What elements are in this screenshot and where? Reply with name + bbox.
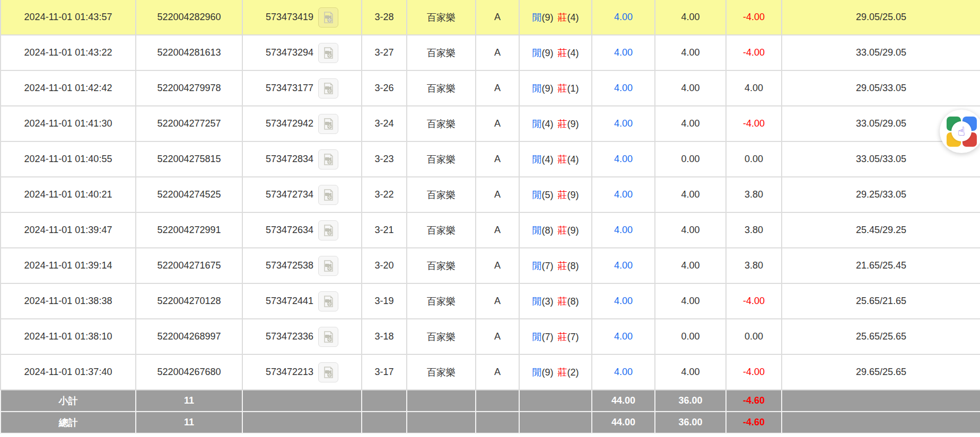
balance: 29.05/25.05 — [782, 0, 980, 35]
subtotal-count: 11 — [136, 390, 242, 412]
result-cell: 閒(9)莊(4) — [519, 35, 592, 70]
floating-extension-button[interactable]: ☝ — [940, 110, 980, 153]
valid-amount: 4.00 — [655, 0, 726, 35]
table-row[interactable]: 2024-11-01 01:43:57 522004282960 5734734… — [1, 0, 980, 35]
game-id: 573473294 — [266, 47, 313, 58]
table-code: A — [476, 0, 519, 35]
bet-amount-link[interactable]: 4.00 — [592, 212, 655, 248]
bet-amount-link[interactable]: 4.00 — [592, 177, 655, 212]
table-row[interactable]: 2024-11-01 01:43:22 522004281613 5734732… — [1, 35, 980, 70]
bet-amount-link[interactable]: 4.00 — [592, 283, 655, 319]
table-row[interactable]: 2024-11-01 01:38:38 522004270128 5734724… — [1, 283, 980, 319]
bet-amount-link[interactable]: 4.00 — [592, 106, 655, 141]
bet-time: 2024-11-01 01:39:14 — [1, 248, 136, 283]
game-type: 百家樂 — [407, 177, 476, 212]
game-type: 百家樂 — [407, 106, 476, 141]
game-type: 百家樂 — [407, 354, 476, 390]
balance: 25.45/29.25 — [782, 212, 980, 248]
banker-points: (2) — [567, 367, 579, 378]
win-loss-cell: -4.00 — [726, 0, 782, 35]
video-replay-icon — [322, 331, 335, 343]
result-cell: 閒(5)莊(9) — [519, 177, 592, 212]
round-number: 3-19 — [362, 283, 407, 319]
balance: 29.25/33.05 — [782, 177, 980, 212]
video-replay-button[interactable] — [318, 78, 338, 99]
table-row[interactable]: 2024-11-01 01:38:10 522004268997 5734723… — [1, 319, 980, 354]
bet-id: 522004270128 — [136, 283, 242, 319]
valid-amount: 0.00 — [655, 141, 726, 177]
bet-time: 2024-11-01 01:43:57 — [1, 0, 136, 35]
player-label: 閒 — [532, 261, 542, 271]
bet-time: 2024-11-01 01:38:38 — [1, 283, 136, 319]
round-number: 3-21 — [362, 212, 407, 248]
video-replay-button[interactable] — [318, 220, 338, 240]
result-cell: 閒(4)莊(4) — [519, 141, 592, 177]
bet-amount-link[interactable]: 4.00 — [592, 35, 655, 70]
player-points: (4) — [542, 154, 554, 165]
video-replay-button[interactable] — [318, 43, 338, 63]
video-replay-icon — [322, 11, 335, 24]
table-row[interactable]: 2024-11-01 01:37:40 522004267680 5734722… — [1, 354, 980, 390]
video-replay-button[interactable] — [318, 256, 338, 276]
total-count: 11 — [136, 412, 242, 433]
banker-label: 莊 — [558, 296, 567, 307]
game-id: 573472538 — [266, 260, 313, 271]
win-loss-cell: 0.00 — [726, 319, 782, 354]
round-number: 3-18 — [362, 319, 407, 354]
video-replay-button[interactable] — [318, 291, 338, 311]
video-replay-icon — [322, 47, 335, 59]
game-type: 百家樂 — [407, 319, 476, 354]
round-number: 3-23 — [362, 141, 407, 177]
video-replay-button[interactable] — [318, 7, 338, 28]
video-replay-icon — [322, 118, 335, 130]
table-row[interactable]: 2024-11-01 01:40:55 522004275815 5734728… — [1, 141, 980, 177]
round-number: 3-28 — [362, 0, 407, 35]
game-id: 573472441 — [266, 296, 313, 307]
win-loss-cell: 4.00 — [726, 70, 782, 106]
game-id: 573472213 — [266, 367, 313, 378]
valid-amount: 0.00 — [655, 319, 726, 354]
bet-id: 522004277257 — [136, 106, 242, 141]
bet-amount-link[interactable]: 4.00 — [592, 354, 655, 390]
bet-amount-link[interactable]: 4.00 — [592, 0, 655, 35]
bet-amount-link[interactable]: 4.00 — [592, 319, 655, 354]
banker-points: (4) — [567, 12, 579, 23]
table-row[interactable]: 2024-11-01 01:40:21 522004274525 5734727… — [1, 177, 980, 212]
bet-time: 2024-11-01 01:40:55 — [1, 141, 136, 177]
bet-amount-link[interactable]: 4.00 — [592, 248, 655, 283]
result-cell: 閒(8)莊(9) — [519, 212, 592, 248]
game-type: 百家樂 — [407, 0, 476, 35]
video-replay-button[interactable] — [318, 327, 338, 347]
player-label: 閒 — [532, 119, 542, 129]
game-type: 百家樂 — [407, 212, 476, 248]
table-row[interactable]: 2024-11-01 01:41:30 522004277257 5734729… — [1, 106, 980, 141]
player-label: 閒 — [532, 190, 542, 200]
player-points: (9) — [542, 367, 554, 378]
balance: 21.65/25.45 — [782, 248, 980, 283]
valid-amount: 4.00 — [655, 354, 726, 390]
total-win-loss: -4.60 — [726, 412, 782, 433]
bet-amount-link[interactable]: 4.00 — [592, 70, 655, 106]
game-id: 573472942 — [266, 118, 313, 129]
win-loss-cell: 0.00 — [726, 141, 782, 177]
player-points: (9) — [542, 12, 554, 23]
video-replay-button[interactable] — [318, 149, 338, 170]
video-replay-icon — [322, 366, 335, 379]
table-row[interactable]: 2024-11-01 01:39:14 522004271675 5734725… — [1, 248, 980, 283]
valid-amount: 4.00 — [655, 248, 726, 283]
table-row[interactable]: 2024-11-01 01:39:47 522004272991 5734726… — [1, 212, 980, 248]
video-replay-button[interactable] — [318, 114, 338, 134]
game-id-cell: 573472441 — [242, 283, 362, 319]
banker-label: 莊 — [558, 48, 567, 58]
table-code: A — [476, 35, 519, 70]
win-loss-cell: -4.00 — [726, 106, 782, 141]
valid-amount: 4.00 — [655, 283, 726, 319]
video-replay-button[interactable] — [318, 362, 338, 382]
video-replay-button[interactable] — [318, 185, 338, 205]
banker-points: (9) — [567, 119, 579, 129]
bet-history-table: 2024-11-01 01:43:57 522004282960 5734734… — [0, 0, 980, 434]
banker-label: 莊 — [558, 225, 567, 236]
table-row[interactable]: 2024-11-01 01:42:42 522004279978 5734731… — [1, 70, 980, 106]
bet-amount-link[interactable]: 4.00 — [592, 141, 655, 177]
player-points: (8) — [542, 225, 554, 236]
